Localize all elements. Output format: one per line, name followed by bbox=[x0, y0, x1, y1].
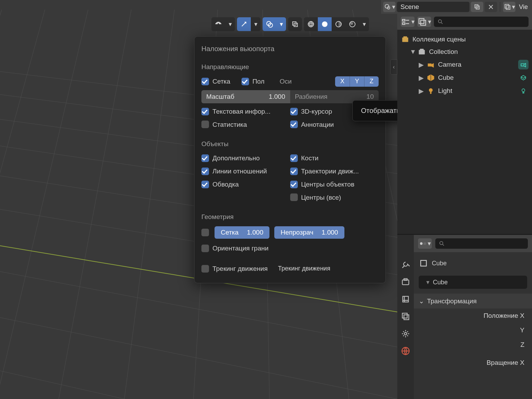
viewlayer-tab-icon[interactable] bbox=[401, 312, 410, 321]
motion-tracking-checkbox[interactable]: Трекинг движения bbox=[201, 263, 268, 274]
svg-rect-50 bbox=[420, 49, 424, 50]
scene-name-field[interactable]: Scene bbox=[397, 2, 469, 12]
axis-toggle-group: X Y Z bbox=[335, 76, 379, 87]
render-tab-icon[interactable] bbox=[401, 277, 410, 287]
properties-header: ▾ bbox=[414, 235, 532, 252]
floor-checkbox[interactable]: Пол bbox=[241, 76, 265, 87]
tree-scene-collection[interactable]: Коллекция сцены bbox=[399, 33, 531, 46]
tool-tab-icon[interactable] bbox=[401, 260, 410, 269]
overlay-dropdown[interactable]: ▾ bbox=[276, 17, 286, 31]
mesh-data-icon[interactable] bbox=[518, 73, 529, 83]
svg-line-46 bbox=[441, 22, 443, 24]
scene-browse-button[interactable]: ▾ bbox=[383, 2, 396, 12]
object-name-field[interactable]: ▾ Cube bbox=[419, 276, 527, 289]
gizmo-toggle-button[interactable] bbox=[237, 17, 251, 31]
svg-point-35 bbox=[322, 21, 327, 27]
camera-icon bbox=[426, 60, 435, 69]
svg-point-32 bbox=[308, 21, 314, 27]
top-bar: ▾ Scene ▾ Vie bbox=[381, 0, 532, 14]
statistics-checkbox[interactable]: Статистика bbox=[201, 119, 290, 130]
tree-camera[interactable]: ▶ Camera bbox=[399, 58, 531, 71]
location-x-row[interactable]: Положение X bbox=[414, 308, 532, 323]
svg-rect-26 bbox=[506, 6, 510, 9]
tree-collection[interactable]: ▼ Collection bbox=[399, 46, 531, 58]
outliner-tree[interactable]: Коллекция сцены ▼ Collection ▶ Camera ▶ … bbox=[397, 30, 532, 101]
svg-line-8 bbox=[0, 355, 397, 399]
disclosure-triangle-icon[interactable]: ▶ bbox=[419, 87, 424, 95]
tree-cube[interactable]: ▶ Cube bbox=[399, 71, 531, 84]
outline-checkbox[interactable]: Обводка bbox=[201, 179, 290, 190]
face-orientation-checkbox[interactable]: Ориентация грани bbox=[201, 243, 268, 254]
geometry-opacity-field[interactable]: Непрозрач1.000 bbox=[274, 226, 344, 239]
svg-line-12 bbox=[59, 10, 131, 399]
world-tab-icon[interactable] bbox=[401, 346, 410, 356]
svg-point-51 bbox=[429, 88, 433, 92]
svg-rect-52 bbox=[430, 92, 431, 94]
svg-point-45 bbox=[438, 20, 441, 23]
svg-rect-21 bbox=[475, 5, 478, 8]
shading-rendered-button[interactable] bbox=[345, 17, 359, 31]
scene-copy-button[interactable] bbox=[471, 2, 483, 12]
geometry-wire-checkbox[interactable] bbox=[201, 229, 209, 236]
extras-checkbox[interactable]: Дополнительно bbox=[201, 153, 290, 164]
svg-line-9 bbox=[0, 10, 2, 399]
svg-line-10 bbox=[0, 10, 45, 399]
viewlayer-browse-button[interactable]: ▾ bbox=[503, 2, 515, 12]
transform-panel-header[interactable]: ⌄ Трансформация bbox=[414, 294, 532, 308]
location-z-row[interactable]: Z bbox=[414, 338, 532, 352]
viewport-side-toggle[interactable]: ‹ bbox=[390, 59, 397, 75]
camera-data-icon[interactable] bbox=[518, 60, 529, 69]
axis-x-button[interactable]: X bbox=[335, 76, 350, 87]
shading-matprev-button[interactable] bbox=[332, 17, 345, 31]
viewport-toolbar: ▾ ▾ ▾ ▾ bbox=[211, 17, 369, 31]
svg-point-33 bbox=[308, 23, 314, 25]
axis-y-button[interactable]: Y bbox=[350, 76, 364, 87]
chevron-down-icon: ⌄ bbox=[419, 297, 424, 305]
svg-point-27 bbox=[218, 23, 219, 25]
disclosure-triangle-icon[interactable]: ▶ bbox=[419, 61, 424, 69]
bones-checkbox[interactable]: Кости bbox=[290, 153, 379, 164]
location-y-row[interactable]: Y bbox=[414, 323, 532, 338]
view-visibility-dropdown[interactable]: ▾ bbox=[225, 17, 235, 31]
grid-scale-field[interactable]: Масштаб1.000 bbox=[201, 90, 290, 103]
svg-point-38 bbox=[351, 22, 353, 25]
outliner-search-input[interactable] bbox=[434, 17, 529, 27]
properties-breadcrumb: Cube bbox=[414, 252, 532, 274]
all-centers-checkbox[interactable]: Центры (все) bbox=[290, 192, 379, 203]
geometry-section-label: Геометрия bbox=[198, 203, 382, 225]
shading-solid-button[interactable] bbox=[318, 17, 332, 31]
outliner-display-mode-button[interactable]: ▾ bbox=[417, 17, 431, 27]
svg-point-34 bbox=[310, 21, 312, 27]
geometry-wire-field[interactable]: Сетка1.000 bbox=[215, 226, 269, 239]
text-info-checkbox[interactable]: Текстовая инфор... bbox=[201, 106, 290, 117]
xray-toggle-button[interactable] bbox=[288, 17, 302, 31]
relation-lines-checkbox[interactable]: Линии отношений bbox=[201, 166, 290, 177]
disclosure-triangle-icon[interactable]: ▶ bbox=[419, 74, 424, 82]
disclosure-triangle-icon[interactable]: ▼ bbox=[410, 48, 415, 56]
properties-editor-type-button[interactable]: ▾ bbox=[418, 238, 432, 249]
motion-tracking-label: Трекинг движения bbox=[278, 265, 330, 272]
axis-z-button[interactable]: Z bbox=[364, 76, 379, 87]
motion-paths-checkbox[interactable]: Траектории движ... bbox=[290, 166, 379, 177]
rotation-x-row[interactable]: Вращение X bbox=[414, 352, 532, 370]
shading-dropdown[interactable]: ▾ bbox=[359, 17, 369, 31]
overlay-toggle-button[interactable] bbox=[263, 17, 276, 31]
object-icon bbox=[419, 258, 428, 268]
grid-checkbox[interactable]: Сетка bbox=[201, 76, 230, 87]
search-icon bbox=[439, 240, 445, 247]
view-visibility-button[interactable] bbox=[211, 17, 225, 31]
svg-rect-57 bbox=[402, 313, 407, 318]
light-data-icon[interactable] bbox=[518, 86, 529, 96]
properties-search-input[interactable] bbox=[435, 238, 528, 249]
output-tab-icon[interactable] bbox=[401, 294, 410, 304]
scene-delete-button[interactable] bbox=[485, 2, 497, 12]
outliner-editor-type-button[interactable]: ▾ bbox=[401, 17, 415, 27]
svg-rect-62 bbox=[423, 242, 426, 245]
gizmo-dropdown[interactable]: ▾ bbox=[251, 17, 260, 31]
shading-wireframe-button[interactable] bbox=[304, 17, 318, 31]
svg-line-11 bbox=[0, 10, 88, 399]
object-centers-checkbox[interactable]: Центры объектов bbox=[290, 179, 379, 190]
scene-tab-icon[interactable] bbox=[401, 329, 410, 339]
search-icon bbox=[437, 19, 444, 25]
tree-light[interactable]: ▶ Light bbox=[399, 84, 531, 97]
